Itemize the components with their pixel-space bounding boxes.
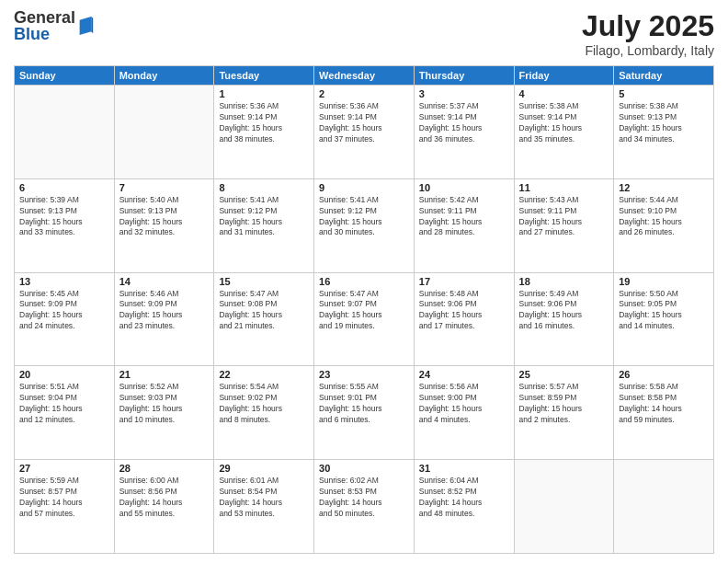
day-info: Sunrise: 5:44 AMSunset: 9:10 PMDaylight:… <box>619 195 709 239</box>
day-info: Sunrise: 5:47 AMSunset: 9:07 PMDaylight:… <box>319 289 409 333</box>
day-number: 8 <box>219 182 309 193</box>
svg-marker-0 <box>80 17 92 35</box>
table-row: 15Sunrise: 5:47 AMSunset: 9:08 PMDayligh… <box>214 272 314 366</box>
day-number: 4 <box>519 88 609 99</box>
day-info: Sunrise: 5:36 AMSunset: 9:14 PMDaylight:… <box>219 101 309 145</box>
calendar-week-row: 6Sunrise: 5:39 AMSunset: 9:13 PMDaylight… <box>15 178 714 272</box>
day-info: Sunrise: 5:57 AMSunset: 8:59 PMDaylight:… <box>519 382 609 426</box>
day-info: Sunrise: 5:48 AMSunset: 9:06 PMDaylight:… <box>419 289 509 333</box>
table-row <box>114 86 214 179</box>
day-number: 26 <box>619 369 709 380</box>
calendar-week-row: 13Sunrise: 5:45 AMSunset: 9:09 PMDayligh… <box>15 272 714 366</box>
calendar-header-row: Sunday Monday Tuesday Wednesday Thursday… <box>15 66 714 86</box>
day-info: Sunrise: 5:41 AMSunset: 9:12 PMDaylight:… <box>219 195 309 239</box>
day-number: 15 <box>219 276 309 287</box>
day-number: 11 <box>519 182 609 193</box>
logo-general: General <box>14 9 75 26</box>
table-row: 14Sunrise: 5:46 AMSunset: 9:09 PMDayligh… <box>114 272 214 366</box>
table-row: 22Sunrise: 5:54 AMSunset: 9:02 PMDayligh… <box>214 366 314 460</box>
day-info: Sunrise: 5:45 AMSunset: 9:09 PMDaylight:… <box>19 289 109 333</box>
day-info: Sunrise: 5:52 AMSunset: 9:03 PMDaylight:… <box>119 382 210 426</box>
day-number: 10 <box>419 182 509 193</box>
col-monday: Monday <box>114 66 214 86</box>
calendar-week-row: 27Sunrise: 5:59 AMSunset: 8:57 PMDayligh… <box>15 460 714 554</box>
table-row: 27Sunrise: 5:59 AMSunset: 8:57 PMDayligh… <box>15 460 115 554</box>
logo-icon <box>77 17 94 35</box>
table-row: 1Sunrise: 5:36 AMSunset: 9:14 PMDaylight… <box>214 86 314 179</box>
table-row: 5Sunrise: 5:38 AMSunset: 9:13 PMDaylight… <box>614 86 714 179</box>
day-number: 20 <box>19 369 109 380</box>
day-number: 6 <box>19 182 109 193</box>
table-row: 4Sunrise: 5:38 AMSunset: 9:14 PMDaylight… <box>514 86 614 179</box>
day-number: 7 <box>119 182 210 193</box>
table-row: 7Sunrise: 5:40 AMSunset: 9:13 PMDaylight… <box>114 178 214 272</box>
table-row: 30Sunrise: 6:02 AMSunset: 8:53 PMDayligh… <box>314 460 415 554</box>
day-number: 16 <box>319 276 409 287</box>
day-info: Sunrise: 5:36 AMSunset: 9:14 PMDaylight:… <box>319 101 409 145</box>
page: General Blue July 2025 Filago, Lombardy,… <box>0 0 728 563</box>
day-number: 21 <box>119 369 210 380</box>
day-info: Sunrise: 5:50 AMSunset: 9:05 PMDaylight:… <box>619 289 709 333</box>
day-number: 27 <box>19 463 109 474</box>
day-info: Sunrise: 5:58 AMSunset: 8:58 PMDaylight:… <box>619 382 709 426</box>
day-number: 5 <box>619 88 709 99</box>
table-row: 12Sunrise: 5:44 AMSunset: 9:10 PMDayligh… <box>614 178 714 272</box>
day-number: 25 <box>519 369 609 380</box>
day-info: Sunrise: 6:04 AMSunset: 8:52 PMDaylight:… <box>419 476 509 520</box>
day-number: 30 <box>319 463 409 474</box>
day-info: Sunrise: 5:59 AMSunset: 8:57 PMDaylight:… <box>19 476 109 520</box>
table-row: 26Sunrise: 5:58 AMSunset: 8:58 PMDayligh… <box>614 366 714 460</box>
day-info: Sunrise: 5:41 AMSunset: 9:12 PMDaylight:… <box>319 195 409 239</box>
col-sunday: Sunday <box>15 66 115 86</box>
day-number: 2 <box>319 88 409 99</box>
day-number: 17 <box>419 276 509 287</box>
table-row: 3Sunrise: 5:37 AMSunset: 9:14 PMDaylight… <box>414 86 514 179</box>
logo: General Blue <box>14 9 94 42</box>
col-wednesday: Wednesday <box>314 66 415 86</box>
day-info: Sunrise: 5:54 AMSunset: 9:02 PMDaylight:… <box>219 382 309 426</box>
day-info: Sunrise: 5:47 AMSunset: 9:08 PMDaylight:… <box>219 289 309 333</box>
day-info: Sunrise: 5:55 AMSunset: 9:01 PMDaylight:… <box>319 382 409 426</box>
calendar-week-row: 1Sunrise: 5:36 AMSunset: 9:14 PMDaylight… <box>15 86 714 179</box>
table-row <box>614 460 714 554</box>
table-row: 16Sunrise: 5:47 AMSunset: 9:07 PMDayligh… <box>314 272 415 366</box>
col-thursday: Thursday <box>414 66 514 86</box>
day-info: Sunrise: 5:37 AMSunset: 9:14 PMDaylight:… <box>419 101 509 145</box>
svg-marker-1 <box>91 17 93 33</box>
day-number: 3 <box>419 88 509 99</box>
table-row: 9Sunrise: 5:41 AMSunset: 9:12 PMDaylight… <box>314 178 415 272</box>
day-info: Sunrise: 5:51 AMSunset: 9:04 PMDaylight:… <box>19 382 109 426</box>
day-info: Sunrise: 5:38 AMSunset: 9:13 PMDaylight:… <box>619 101 709 145</box>
table-row: 28Sunrise: 6:00 AMSunset: 8:56 PMDayligh… <box>114 460 214 554</box>
logo-blue: Blue <box>14 26 75 42</box>
day-number: 9 <box>319 182 409 193</box>
table-row: 31Sunrise: 6:04 AMSunset: 8:52 PMDayligh… <box>414 460 514 554</box>
day-number: 29 <box>219 463 309 474</box>
table-row: 10Sunrise: 5:42 AMSunset: 9:11 PMDayligh… <box>414 178 514 272</box>
table-row: 17Sunrise: 5:48 AMSunset: 9:06 PMDayligh… <box>414 272 514 366</box>
col-tuesday: Tuesday <box>214 66 314 86</box>
table-row: 13Sunrise: 5:45 AMSunset: 9:09 PMDayligh… <box>15 272 115 366</box>
day-info: Sunrise: 5:43 AMSunset: 9:11 PMDaylight:… <box>519 195 609 239</box>
table-row: 25Sunrise: 5:57 AMSunset: 8:59 PMDayligh… <box>514 366 614 460</box>
day-number: 1 <box>219 88 309 99</box>
calendar-week-row: 20Sunrise: 5:51 AMSunset: 9:04 PMDayligh… <box>15 366 714 460</box>
table-row: 11Sunrise: 5:43 AMSunset: 9:11 PMDayligh… <box>514 178 614 272</box>
day-number: 22 <box>219 369 309 380</box>
day-number: 19 <box>619 276 709 287</box>
day-number: 12 <box>619 182 709 193</box>
header: General Blue July 2025 Filago, Lombardy,… <box>14 9 714 58</box>
table-row: 20Sunrise: 5:51 AMSunset: 9:04 PMDayligh… <box>15 366 115 460</box>
day-info: Sunrise: 5:46 AMSunset: 9:09 PMDaylight:… <box>119 289 210 333</box>
day-number: 18 <box>519 276 609 287</box>
col-friday: Friday <box>514 66 614 86</box>
day-info: Sunrise: 6:02 AMSunset: 8:53 PMDaylight:… <box>319 476 409 520</box>
table-row: 21Sunrise: 5:52 AMSunset: 9:03 PMDayligh… <box>114 366 214 460</box>
day-info: Sunrise: 5:39 AMSunset: 9:13 PMDaylight:… <box>19 195 109 239</box>
table-row: 2Sunrise: 5:36 AMSunset: 9:14 PMDaylight… <box>314 86 415 179</box>
day-number: 23 <box>319 369 409 380</box>
table-row: 6Sunrise: 5:39 AMSunset: 9:13 PMDaylight… <box>15 178 115 272</box>
day-number: 24 <box>419 369 509 380</box>
table-row <box>514 460 614 554</box>
day-info: Sunrise: 6:01 AMSunset: 8:54 PMDaylight:… <box>219 476 309 520</box>
